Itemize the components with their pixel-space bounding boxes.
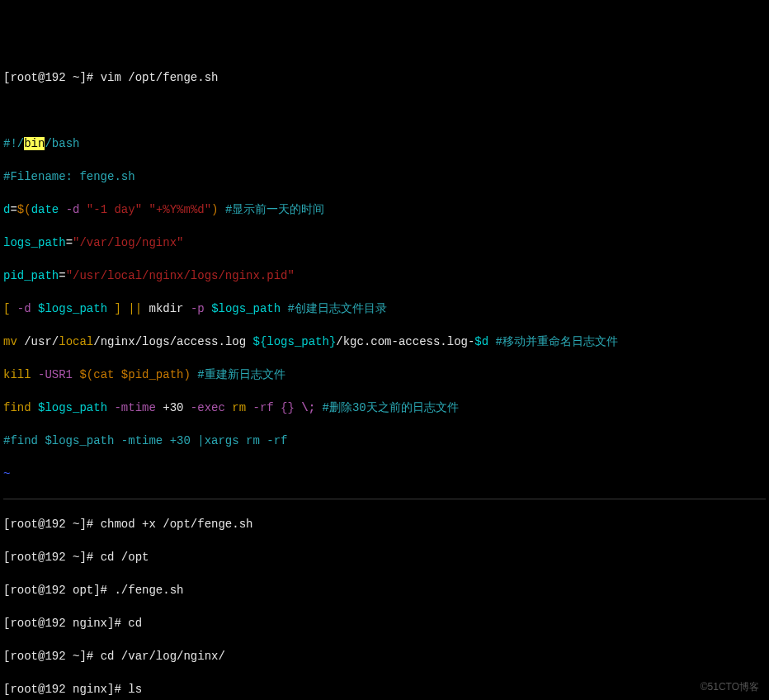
cmd-line: [root@192 ~]# cd /opt <box>3 549 766 565</box>
mv-line: mv /usr/local/nginx/logs/access.log ${lo… <box>3 333 766 350</box>
cmd: vim /opt/fenge.sh <box>101 71 219 84</box>
cmd-line: [root@192 ~]# cd /var/log/nginx/ <box>3 648 766 665</box>
cmd-line: [root@192 nginx]# cd <box>3 615 766 631</box>
comment-find: #find $logs_path -mtime +30 |xargs rm -r… <box>3 433 766 449</box>
blank <box>3 102 766 119</box>
cmd-line: [root@192 ~]# chmod +x /opt/fenge.sh <box>3 516 766 532</box>
kill-line: kill -USR1 $(cat $pid_path) #重建新日志文件 <box>3 367 766 383</box>
watermark: ©51CTO博客 <box>701 679 759 695</box>
var-logs-path: logs_path="/var/log/nginx" <box>3 234 766 251</box>
prompt: [root@192 ~]# <box>3 71 101 84</box>
divider <box>3 499 766 499</box>
find-line: find $logs_path -mtime +30 -exec rm -rf … <box>3 400 766 416</box>
cmd-line: [root@192 nginx]# ls <box>3 681 766 698</box>
mkdir-line: [ -d $logs_path ] || mkdir -p $logs_path… <box>3 300 766 317</box>
terminal[interactable]: [root@192 ~]# vim /opt/fenge.sh #!/bin/b… <box>0 50 769 700</box>
cmd-line: [root@192 ~]# vim /opt/fenge.sh <box>3 69 766 86</box>
shebang: #!/bin/bash <box>3 135 766 152</box>
var-pid-path: pid_path="/usr/local/nginx/logs/nginx.pi… <box>3 267 766 284</box>
comment: #Filename: fenge.sh <box>3 168 766 185</box>
cmd-line: [root@192 opt]# ./fenge.sh <box>3 582 766 598</box>
tilde: ~ <box>3 466 766 482</box>
var-d: d=$(date -d "-1 day" "+%Y%m%d") #显示前一天的时… <box>3 201 766 218</box>
